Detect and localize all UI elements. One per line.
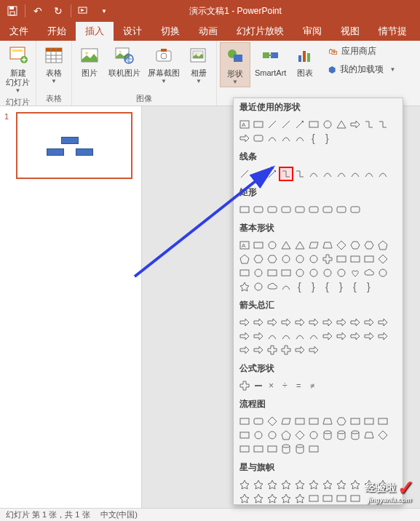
shape-item[interactable] — [280, 118, 293, 131]
shape-item[interactable] — [335, 415, 348, 428]
shape-item[interactable] — [238, 330, 251, 343]
shape-item[interactable] — [293, 167, 306, 180]
shape-item[interactable] — [293, 429, 306, 442]
shape-item[interactable] — [321, 203, 334, 216]
shape-item[interactable] — [293, 415, 306, 428]
shape-item[interactable] — [266, 280, 279, 293]
tab-view[interactable]: 视图 — [331, 22, 369, 41]
shape-item[interactable]: } — [321, 132, 334, 145]
chart-button[interactable]: 图表 — [290, 42, 320, 79]
shape-item[interactable] — [280, 239, 293, 252]
shape-item[interactable] — [293, 266, 306, 279]
shape-item[interactable] — [335, 118, 348, 131]
shape-item[interactable] — [280, 132, 293, 145]
shape-item[interactable] — [335, 492, 348, 505]
shape-item[interactable] — [280, 266, 293, 279]
shape-item[interactable] — [266, 266, 279, 279]
language-indicator[interactable]: 中文(中国) — [100, 509, 138, 520]
redo-icon[interactable]: ↻ — [50, 3, 66, 19]
shape-item[interactable] — [252, 252, 265, 266]
shape-item[interactable] — [362, 167, 376, 180]
shape-item[interactable] — [376, 167, 389, 180]
shape-item[interactable] — [321, 330, 334, 343]
shape-item[interactable]: } — [307, 280, 320, 293]
shape-item[interactable] — [266, 415, 279, 428]
shape-item[interactable] — [280, 429, 293, 442]
shape-item[interactable] — [349, 266, 362, 279]
shape-item[interactable] — [307, 415, 320, 428]
shape-item[interactable] — [349, 118, 362, 131]
shape-item[interactable] — [321, 167, 334, 180]
shape-item[interactable] — [266, 442, 279, 456]
shape-item[interactable] — [238, 266, 251, 279]
shape-item[interactable] — [307, 429, 320, 442]
shape-item[interactable] — [238, 415, 251, 428]
shape-item[interactable] — [362, 118, 376, 131]
table-button[interactable]: 表格 ▼ — [39, 42, 68, 86]
shape-item[interactable]: } — [362, 280, 376, 293]
shape-item[interactable] — [280, 478, 293, 491]
shape-item[interactable] — [349, 203, 362, 216]
smartart-button[interactable]: SmartArt — [252, 42, 289, 79]
photo-album-button[interactable]: 相册 ▼ — [184, 42, 213, 86]
shape-item[interactable] — [307, 118, 320, 131]
shape-item[interactable] — [335, 252, 348, 266]
shape-item[interactable] — [362, 316, 376, 329]
tab-storyboard[interactable]: 情节提 — [369, 22, 416, 41]
shape-item[interactable]: { — [321, 280, 334, 293]
shape-item[interactable] — [293, 330, 306, 343]
shape-item[interactable] — [376, 252, 389, 266]
shape-item[interactable] — [293, 132, 306, 145]
shape-item[interactable] — [307, 492, 320, 505]
shape-item[interactable] — [266, 239, 279, 252]
shape-item[interactable] — [321, 478, 334, 491]
shape-item[interactable] — [280, 330, 293, 343]
shape-item[interactable] — [362, 429, 376, 442]
shape-item[interactable] — [335, 167, 348, 180]
shape-item[interactable] — [349, 316, 362, 329]
shape-item[interactable] — [376, 415, 389, 428]
shape-item[interactable] — [252, 167, 265, 180]
shape-item[interactable] — [280, 167, 293, 180]
shape-item[interactable] — [376, 316, 389, 329]
shape-item[interactable]: × — [266, 379, 279, 392]
shape-item[interactable] — [293, 203, 306, 216]
shape-item[interactable] — [349, 415, 362, 428]
tab-animations[interactable]: 动画 — [189, 22, 227, 41]
shape-item[interactable] — [280, 415, 293, 428]
shape-item[interactable] — [362, 239, 376, 252]
shape-item[interactable] — [349, 429, 362, 442]
shape-item[interactable] — [252, 239, 265, 252]
shape-item[interactable] — [362, 266, 376, 279]
shape-item[interactable] — [266, 316, 279, 329]
shape-item[interactable]: ÷ — [280, 379, 293, 392]
shape-item[interactable] — [238, 343, 251, 357]
shape-item[interactable] — [280, 492, 293, 505]
tab-file[interactable]: 文件 — [0, 22, 38, 41]
app-store-button[interactable]: 🛍 应用商店 — [328, 45, 395, 57]
shape-item[interactable] — [266, 252, 279, 266]
shape-item[interactable] — [307, 330, 320, 343]
shape-item[interactable] — [349, 167, 362, 180]
shape-item[interactable] — [362, 252, 376, 266]
tab-design[interactable]: 设计 — [114, 22, 151, 41]
shape-item[interactable] — [335, 203, 348, 216]
shape-item[interactable] — [238, 132, 251, 145]
shape-item[interactable] — [238, 280, 251, 293]
shape-item[interactable] — [293, 492, 306, 505]
shape-item[interactable] — [376, 330, 389, 343]
new-slide-button[interactable]: 新建 幻灯片 ▼ — [3, 42, 33, 95]
my-addins-button[interactable]: ⬢ 我的加载项 ▼ — [328, 63, 395, 76]
shape-item[interactable] — [266, 132, 279, 145]
shape-item[interactable]: { — [307, 132, 320, 145]
slide-thumbnail[interactable]: 1 — [4, 112, 137, 179]
shape-item[interactable] — [376, 118, 389, 131]
shape-item[interactable] — [307, 239, 320, 252]
shape-item[interactable] — [349, 252, 362, 266]
shape-item[interactable] — [252, 343, 265, 357]
shape-item[interactable] — [321, 415, 334, 428]
shape-item[interactable] — [252, 415, 265, 428]
shape-item[interactable]: { — [349, 280, 362, 293]
tab-slideshow[interactable]: 幻灯片放映 — [227, 22, 293, 41]
shape-item[interactable] — [335, 478, 348, 491]
